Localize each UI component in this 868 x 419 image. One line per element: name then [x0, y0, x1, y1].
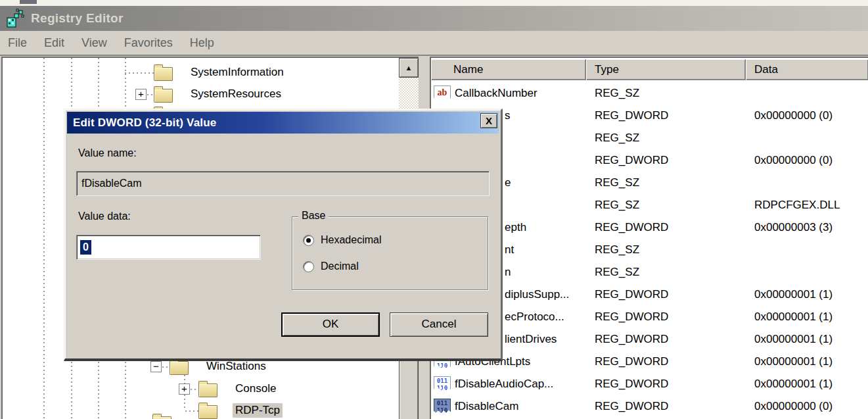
folder-icon	[198, 405, 217, 419]
menu-view[interactable]: View	[81, 36, 107, 50]
registry-editor-icon	[6, 9, 26, 28]
value-data-cell: 0x00000003 (3)	[754, 221, 833, 234]
value-name-text: fDisableCam	[81, 178, 142, 189]
dialog-titlebar[interactable]: Edit DWORD (32-bit) Value	[67, 112, 499, 134]
value-name-cell: n	[505, 266, 511, 279]
value-name-cell: diplusSupp...	[505, 288, 569, 301]
menu-bar: FileEditViewFavoritesHelp	[0, 31, 868, 56]
value-data-cell: 0x00000001 (1)	[754, 333, 833, 346]
folder-icon	[198, 383, 217, 397]
radio-decimal-label: Decimal	[321, 260, 359, 272]
tree-item-console[interactable]: Console	[233, 382, 279, 396]
column-header-data[interactable]: Data	[746, 59, 868, 80]
base-groupbox: Base Hexadecimal Decimal	[292, 216, 488, 290]
tree-connector-line	[147, 94, 154, 95]
menu-help[interactable]: Help	[190, 36, 214, 50]
value-name-field[interactable]: fDisableCam	[76, 171, 490, 196]
column-header-name[interactable]: Name	[431, 59, 586, 80]
value-data-cell: 0x00000000 (0)	[754, 400, 833, 413]
value-data-cell: 0x00000000 (0)	[754, 109, 833, 122]
cancel-button[interactable]: Cancel	[390, 312, 488, 337]
folder-icon	[170, 361, 189, 375]
tree-item-systemresources[interactable]: SystemResources	[188, 87, 284, 101]
radio-button-icon[interactable]	[303, 261, 314, 272]
value-type-cell: REG_SZ	[595, 132, 639, 145]
reg-sz-icon: ab	[434, 86, 451, 102]
value-name-cell: lientDrives	[505, 333, 557, 346]
radio-hexadecimal[interactable]: Hexadecimal	[303, 234, 381, 246]
value-type-cell: REG_DWORD	[595, 288, 668, 301]
registry-editor-window: Registry Editor FileEditViewFavoritesHel…	[0, 0, 868, 419]
value-name-cell: fDisableAudioCap...	[455, 378, 553, 391]
value-data-cell: 0x00000001 (1)	[754, 378, 833, 391]
tree-connector-line	[191, 389, 198, 390]
value-data-cell: RDPCFGEX.DLL	[754, 199, 840, 212]
folder-icon	[154, 67, 173, 81]
radio-decimal[interactable]: Decimal	[303, 260, 359, 272]
window-title: Registry Editor	[31, 11, 124, 26]
column-header-type[interactable]: Type	[586, 59, 746, 80]
value-type-cell: REG_SZ	[595, 87, 639, 100]
value-name-cell: fDisableCam	[455, 400, 518, 413]
scroll-up-button[interactable]: ▲	[399, 58, 419, 78]
value-data-cell: 0x00000000 (0)	[754, 154, 833, 167]
value-name-cell: CallbackNumber	[455, 87, 537, 100]
window-titlebar[interactable]: Registry Editor	[0, 6, 868, 31]
radio-button-icon[interactable]	[303, 235, 314, 246]
value-type-cell: REG_SZ	[595, 266, 639, 279]
value-type-cell: REG_DWORD	[595, 333, 668, 346]
value-type-cell: REG_SZ	[595, 243, 639, 257]
background-window-strip	[0, 0, 868, 6]
value-name-cell: ecProtoco...	[505, 310, 564, 324]
tree-guide-line	[43, 58, 45, 419]
value-name-cell: e	[505, 176, 511, 189]
tree-connector-line	[162, 366, 170, 368]
tree-item-winstations[interactable]: WinStations	[204, 359, 269, 374]
value-type-cell: REG_SZ	[595, 199, 639, 212]
tree-connector-line	[185, 410, 198, 412]
reg-dword-icon: 011110	[434, 376, 451, 393]
dialog-title: Edit DWORD (32-bit) Value	[73, 116, 216, 130]
value-data-cell: 0x00000001 (1)	[754, 310, 833, 324]
value-type-cell: REG_DWORD	[595, 109, 668, 122]
value-type-cell: REG_DWORD	[595, 221, 668, 234]
value-name-label: Value name:	[78, 147, 137, 159]
value-data-label: Value data:	[78, 210, 131, 222]
value-type-cell: REG_DWORD	[595, 310, 668, 324]
value-data-cell: 0x00000001 (1)	[754, 355, 833, 368]
ok-button[interactable]: OK	[281, 312, 380, 337]
tree-expand-icon[interactable]: +	[135, 89, 147, 100]
reg-dword-icon: 011110	[434, 399, 451, 415]
menu-edit[interactable]: Edit	[44, 36, 64, 50]
tree-item-systeminformation[interactable]: SystemInformation	[188, 65, 286, 80]
folder-icon	[154, 89, 173, 103]
value-data-cell: 0x00000001 (1)	[754, 288, 833, 301]
close-icon[interactable]: X	[480, 113, 497, 128]
value-name-cell: s	[505, 109, 511, 122]
registry-value-row[interactable]: abCallbackNumberREG_SZ	[431, 83, 868, 105]
value-type-cell: REG_DWORD	[595, 400, 668, 413]
tree-connector-line	[125, 72, 154, 74]
tree-item-rdp-tcp[interactable]: RDP-Tcp	[233, 403, 283, 418]
registry-value-row[interactable]: 011110fDisableAudioCap...REG_DWORD0x0000…	[431, 374, 868, 396]
menu-favorites[interactable]: Favorites	[124, 36, 173, 50]
value-data-selected-text: 0	[80, 240, 91, 255]
registry-value-row[interactable]: 011110fDisableCamREG_DWORD0x00000000 (0)	[431, 396, 868, 418]
value-type-cell: REG_DWORD	[595, 355, 668, 368]
radio-hexadecimal-label: Hexadecimal	[321, 234, 381, 246]
folder-icon	[152, 416, 171, 419]
value-data-input[interactable]: 0	[76, 235, 261, 260]
background-window-fragment	[20, 0, 37, 4]
menu-file[interactable]: File	[8, 36, 27, 50]
value-name-cell: nt	[505, 243, 514, 257]
value-type-cell: REG_DWORD	[595, 154, 668, 167]
tree-expand-icon[interactable]: +	[179, 383, 190, 395]
value-type-cell: REG_SZ	[595, 176, 639, 189]
base-group-label: Base	[298, 210, 329, 222]
edit-dword-dialog: Edit DWORD (32-bit) Value X Value name: …	[64, 109, 503, 361]
tree-collapse-icon[interactable]: −	[150, 361, 162, 372]
value-name-cell: epth	[505, 221, 526, 234]
value-type-cell: REG_DWORD	[595, 378, 668, 391]
